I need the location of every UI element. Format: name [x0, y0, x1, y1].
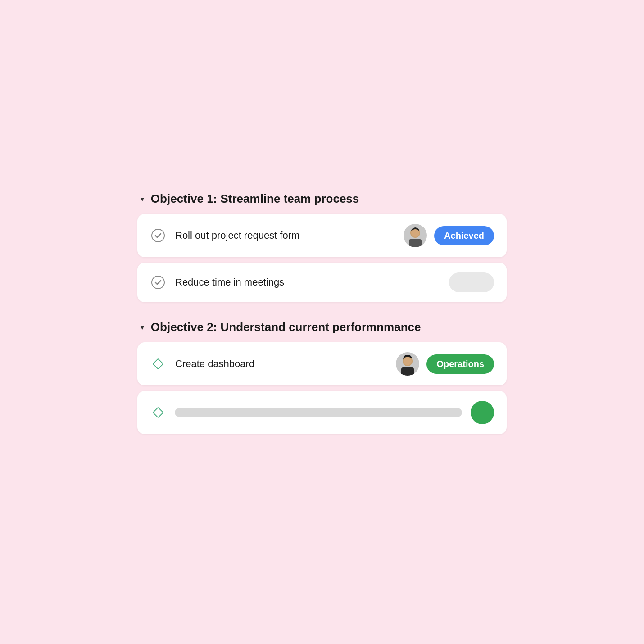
objective-title-1: Objective 1: Streamline team process [151, 192, 359, 206]
task-card-4[interactable] [137, 391, 507, 434]
task-card-3[interactable]: Create dashboard Operations [137, 342, 507, 385]
avatar-dot-4 [471, 401, 494, 424]
badge-empty-2 [449, 272, 494, 292]
chevron-down-icon-1[interactable]: ▼ [139, 195, 145, 203]
task-text-2: Reduce time in meetings [175, 277, 440, 288]
task-right-2 [449, 272, 494, 292]
task-right-1: Achieved [404, 224, 494, 247]
task-right-3: Operations [396, 352, 494, 376]
badge-achieved-1[interactable]: Achieved [434, 226, 494, 245]
task-card-1[interactable]: Roll out project request form Achieved [137, 214, 507, 257]
avatar-1 [404, 224, 427, 247]
objective-header-2[interactable]: ▼ Objective 2: Understand current perfor… [137, 320, 507, 334]
svg-point-10 [404, 357, 412, 365]
check-circle-icon-1 [150, 227, 166, 244]
svg-point-5 [152, 276, 164, 289]
objective-section-2: ▼ Objective 2: Understand current perfor… [137, 320, 507, 434]
task-text-3: Create dashboard [175, 358, 387, 370]
check-circle-icon-2 [150, 274, 166, 290]
task-card-2[interactable]: Reduce time in meetings [137, 263, 507, 302]
objective-header-1[interactable]: ▼ Objective 1: Streamline team process [137, 192, 507, 206]
svg-rect-3 [409, 239, 422, 247]
task-text-placeholder-4 [175, 408, 462, 417]
chevron-down-icon-2[interactable]: ▼ [139, 324, 145, 331]
objective-title-2: Objective 2: Understand current performn… [151, 320, 421, 334]
svg-point-0 [152, 229, 164, 242]
avatar-3 [396, 352, 419, 376]
main-container: ▼ Objective 1: Streamline team process R… [128, 183, 516, 461]
diamond-icon-1 [150, 356, 166, 372]
task-text-1: Roll out project request form [175, 230, 395, 241]
svg-rect-11 [153, 408, 163, 418]
svg-rect-9 [401, 367, 414, 376]
svg-rect-6 [153, 359, 163, 369]
badge-operations-3[interactable]: Operations [426, 354, 494, 374]
objective-section-1: ▼ Objective 1: Streamline team process R… [137, 192, 507, 302]
diamond-outline-icon [150, 404, 166, 421]
task-right-4 [471, 401, 494, 424]
